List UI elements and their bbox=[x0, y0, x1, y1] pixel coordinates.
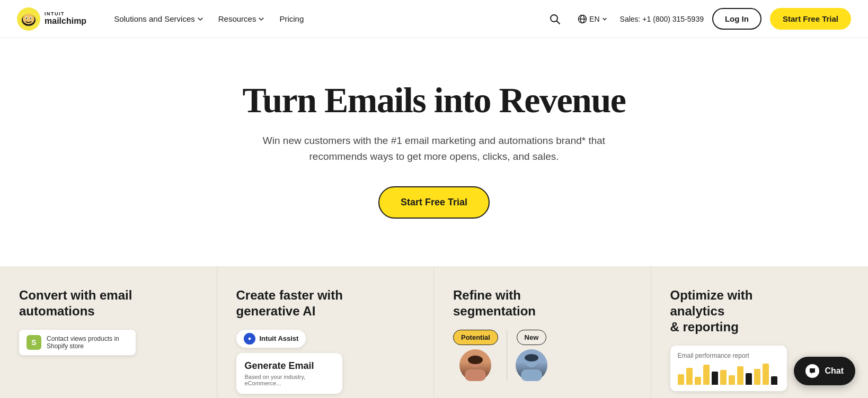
chevron-down-icon-3 bbox=[602, 16, 607, 22]
intuit-icon bbox=[244, 333, 255, 345]
card-mock-segmentation: Potential New bbox=[453, 330, 632, 381]
svg-point-6 bbox=[30, 17, 31, 19]
globe-icon bbox=[578, 14, 587, 24]
search-button[interactable] bbox=[545, 9, 565, 29]
avatar-female bbox=[459, 349, 491, 381]
feature-heading-segmentation: Refine with segmentation bbox=[453, 287, 580, 319]
report-title: Email performance report bbox=[678, 352, 780, 359]
hero-section: Turn Emails into Revenue Win new custome… bbox=[0, 38, 868, 266]
hero-subtitle: Win new customers with the #1 email mark… bbox=[249, 133, 619, 165]
hero-trial-button[interactable]: Start Free Trial bbox=[378, 186, 490, 219]
bar-3 bbox=[695, 377, 701, 385]
chat-icon bbox=[809, 367, 816, 375]
chat-label: Chat bbox=[825, 366, 844, 376]
new-badge: New bbox=[517, 330, 547, 345]
svg-point-5 bbox=[26, 17, 27, 19]
chevron-down-icon-2 bbox=[258, 16, 264, 22]
hero-title: Turn Emails into Revenue bbox=[243, 80, 626, 120]
bar-1 bbox=[678, 374, 684, 385]
navbar: INTUIT mailchimp Solutions and Services … bbox=[0, 0, 868, 38]
nav-resources[interactable]: Resources bbox=[212, 10, 271, 28]
chat-widget[interactable]: Chat bbox=[794, 357, 855, 385]
nav-right: EN Sales: +1 (800) 315-5939 Log In Start… bbox=[545, 8, 851, 30]
language-selector[interactable]: EN bbox=[573, 11, 611, 27]
nav-pricing[interactable]: Pricing bbox=[273, 10, 310, 28]
bar-7 bbox=[729, 375, 735, 385]
nav-trial-button[interactable]: Start Free Trial bbox=[770, 8, 851, 30]
nav-solutions[interactable]: Solutions and Services bbox=[108, 10, 210, 28]
feature-heading-analytics: Optimize with analytics & reporting bbox=[670, 287, 798, 335]
feature-heading-ai: Create faster with generative AI bbox=[236, 287, 364, 319]
intuit-assist-badge: Intuit Assist bbox=[236, 330, 306, 348]
analytics-bars bbox=[678, 364, 780, 385]
card-mock-ai: Intuit Assist Generate Email Based on yo… bbox=[236, 330, 415, 394]
chat-bubble-icon bbox=[805, 364, 819, 378]
brand-logo[interactable]: INTUIT mailchimp bbox=[17, 7, 86, 31]
svg-point-12 bbox=[468, 356, 483, 364]
search-icon bbox=[549, 13, 561, 25]
feature-heading-automations: Convert with email automations bbox=[19, 287, 146, 319]
bar-8 bbox=[737, 366, 743, 385]
login-button[interactable]: Log In bbox=[712, 8, 761, 30]
generate-email-box: Generate Email Based on your industry, e… bbox=[236, 353, 342, 394]
svg-rect-11 bbox=[465, 369, 486, 381]
features-section: Convert with email automations S Contact… bbox=[0, 266, 868, 398]
shopify-notification: S Contact views products in Shopify stor… bbox=[19, 330, 136, 355]
bar-11 bbox=[763, 364, 769, 385]
bar-4 bbox=[703, 365, 710, 385]
bar-10 bbox=[754, 369, 760, 385]
feature-card-automations: Convert with email automations S Contact… bbox=[0, 266, 217, 398]
feature-card-segmentation: Refine with segmentation Potential New bbox=[434, 266, 651, 398]
avatar-male bbox=[516, 349, 547, 381]
bar-5 bbox=[712, 372, 718, 385]
svg-rect-14 bbox=[521, 369, 542, 381]
bar-6 bbox=[720, 370, 727, 385]
segment-potential: Potential bbox=[453, 330, 498, 381]
shopify-icon: S bbox=[26, 335, 41, 350]
svg-point-15 bbox=[525, 354, 538, 361]
bar-2 bbox=[686, 368, 693, 385]
card-mock-automations: S Contact views products in Shopify stor… bbox=[19, 330, 198, 355]
nav-links: Solutions and Services Resources Pricing bbox=[108, 10, 545, 28]
divider bbox=[507, 330, 507, 381]
bar-9 bbox=[746, 373, 752, 385]
bar-12 bbox=[771, 376, 777, 385]
sales-phone: Sales: +1 (800) 315-5939 bbox=[620, 15, 704, 23]
feature-card-ai: Create faster with generative AI Intuit … bbox=[217, 266, 435, 398]
segment-new: New bbox=[516, 330, 547, 381]
potential-badge: Potential bbox=[453, 330, 498, 345]
chevron-down-icon bbox=[197, 16, 203, 22]
analytics-report-box: Email performance report bbox=[670, 346, 787, 391]
